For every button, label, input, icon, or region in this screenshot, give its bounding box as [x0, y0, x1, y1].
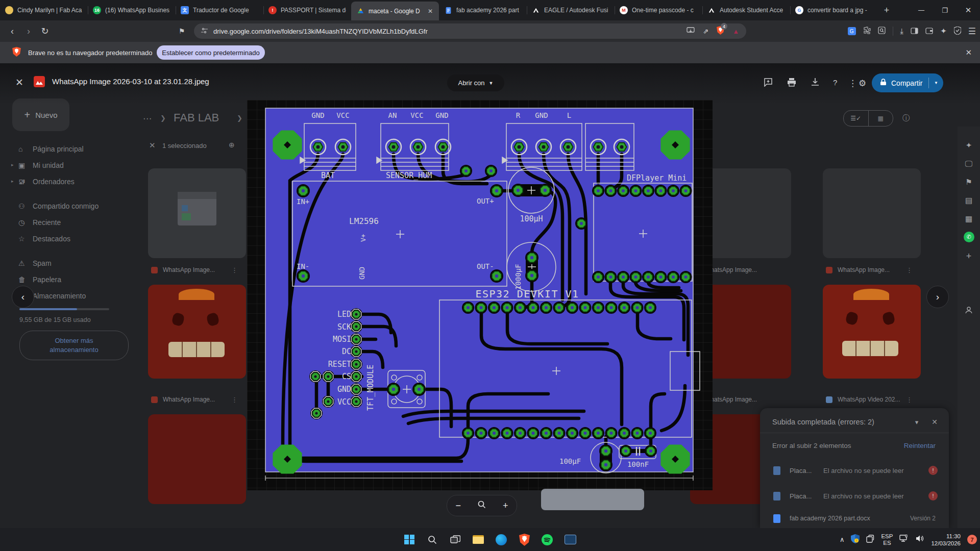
tab-gmail-passcode[interactable]: M One-time passcode - c	[615, 0, 702, 20]
bookmark-icon[interactable]: ⚑	[174, 27, 190, 35]
file-explorer-icon[interactable]	[472, 534, 484, 546]
sidebar-item-starred[interactable]: Destacados	[33, 235, 70, 243]
sidebar-item-recent[interactable]: Reciente	[33, 218, 61, 227]
more-vertical-icon[interactable]: ⋮	[848, 78, 857, 89]
keyboard-language[interactable]: ESP ES	[881, 533, 893, 546]
previous-image-button[interactable]: ‹	[12, 286, 34, 308]
sidebar-item-home[interactable]: Página principal	[33, 145, 84, 153]
screen-share-icon[interactable]: 🖵	[958, 159, 980, 168]
expand-arrow-icon[interactable]: ▸	[11, 179, 14, 184]
leo-ai-icon[interactable]: ✦	[940, 27, 947, 36]
wallet-icon[interactable]	[925, 27, 933, 36]
tab-fab-academy-site[interactable]: Cindy Marilyn | Fab Aca	[0, 0, 88, 20]
network-icon[interactable]	[899, 535, 909, 545]
file-caption[interactable]: WhatsApp Image... ⋮	[151, 392, 244, 407]
notification-count-badge[interactable]: 7	[967, 535, 977, 544]
add-panel-icon[interactable]: +	[958, 251, 980, 262]
tab-autodesk-account[interactable]: Autodesk Student Acce	[702, 0, 790, 20]
sidebar-item-my-drive[interactable]: Mi unidad	[33, 161, 64, 169]
taskbar-clock[interactable]: 11:30 12/03/2026	[931, 533, 961, 547]
reload-button[interactable]: ↻	[37, 26, 53, 37]
search-tab-icon[interactable]	[878, 27, 886, 36]
file-card-thumbnail[interactable]	[148, 285, 246, 379]
file-card-thumbnail[interactable]	[823, 168, 921, 258]
print-icon[interactable]	[787, 78, 796, 89]
file-card-thumbnail[interactable]	[823, 285, 921, 379]
more-options-icon[interactable]: ⋮	[231, 396, 238, 404]
sidebar-item-shared[interactable]: Compartido conmigo	[33, 202, 99, 210]
breadcrumb[interactable]: FAB LAB	[174, 111, 219, 124]
new-tab-button[interactable]: +	[878, 0, 895, 20]
file-card-thumbnail[interactable]	[148, 168, 246, 258]
tray-copy-icon[interactable]	[866, 535, 874, 545]
expand-arrow-icon[interactable]: ▸	[11, 162, 14, 167]
downloads-icon[interactable]: ⤓	[900, 27, 904, 36]
share-dropdown-icon[interactable]: ▼	[934, 81, 938, 85]
file-caption[interactable]: WhatsApp Video 202... ⋮	[826, 392, 919, 407]
list-view-icon[interactable]: ☰✓	[844, 111, 868, 126]
view-toggle[interactable]: ☰✓ ▦	[843, 110, 893, 127]
get-more-storage-button[interactable]: Obtener más almacenamiento	[19, 331, 129, 360]
tray-chevron-icon[interactable]: ∧	[840, 536, 845, 543]
open-with-button[interactable]: Abrir con ▼	[447, 74, 504, 91]
tab-translate[interactable]: 文 Traductor de Google	[176, 0, 263, 20]
more-options-icon[interactable]: ⋮	[231, 266, 238, 274]
brave-shields-icon[interactable]: 4	[717, 26, 724, 36]
brave-icon[interactable]	[518, 534, 530, 546]
download-icon[interactable]	[811, 78, 820, 89]
windows-security-icon[interactable]: !	[851, 534, 860, 545]
zoom-in-icon[interactable]: +	[503, 500, 508, 511]
upload-item-row[interactable]: Placa... El archivo no se puede leer !	[760, 460, 949, 481]
site-settings-icon[interactable]	[201, 27, 208, 36]
next-image-button[interactable]: ›	[926, 286, 949, 308]
minimize-button[interactable]: —	[910, 0, 933, 20]
tab-drive-active[interactable]: maceta - Google D ✕	[351, 2, 439, 20]
tab-eagle-fusion[interactable]: EAGLE / Autodesk Fusi	[527, 0, 615, 20]
brave-rewards-icon[interactable]: ▲	[732, 28, 739, 35]
sidebar-item-trash[interactable]: Papelera	[33, 276, 61, 284]
back-button[interactable]: ‹	[4, 26, 20, 37]
start-button[interactable]	[403, 534, 415, 546]
grid-view-icon[interactable]: ▦	[869, 111, 893, 126]
set-default-browser-button[interactable]: Establecer como predeterminado	[157, 45, 265, 60]
pcb-preview-image[interactable]: GND VCC AN VCC GND R GND L BAT SENSOR_HU…	[247, 100, 713, 490]
extensions-puzzle-icon[interactable]	[863, 27, 871, 36]
clear-selection-icon[interactable]: ✕	[149, 141, 156, 150]
upload-item-row[interactable]: Placa... El archivo no se puede leer !	[760, 486, 949, 506]
settings-gear-icon[interactable]: ⚙	[859, 78, 866, 89]
info-icon[interactable]: ⓘ	[902, 114, 910, 123]
close-panel-icon[interactable]: ✕	[932, 418, 938, 426]
upload-item-row[interactable]: fab academy 2026 part.docx Versión 2	[760, 509, 949, 528]
reading-list-icon[interactable]: ▤	[958, 196, 980, 205]
breadcrumb-more-icon[interactable]: ⋯	[143, 113, 152, 124]
sidebar-item-spam[interactable]: Spam	[33, 259, 52, 267]
forward-button[interactable]: ›	[20, 26, 37, 37]
apps-grid-icon[interactable]: ▦	[958, 214, 980, 223]
vpn-shield-icon[interactable]	[954, 27, 961, 36]
task-view-icon[interactable]	[449, 534, 461, 546]
tab-fab-academy-doc[interactable]: fab academy 2026 part	[439, 0, 527, 20]
translate-extension-icon[interactable]: G	[848, 27, 856, 35]
file-card-thumbnail[interactable]	[148, 414, 246, 504]
spotify-icon[interactable]	[541, 534, 553, 546]
file-caption[interactable]: WhatsApp Image... ⋮	[151, 262, 244, 278]
sidebar-item-storage[interactable]: Almacenamiento	[33, 292, 86, 300]
close-window-button[interactable]: ✕	[957, 0, 980, 20]
more-options-icon[interactable]: ⋮	[906, 396, 913, 404]
collapse-panel-icon[interactable]: ▾	[915, 418, 919, 426]
zoom-magnifier-icon[interactable]	[478, 500, 486, 511]
maximize-button[interactable]: ❐	[933, 0, 957, 20]
whatsapp-panel-icon[interactable]: ✆	[958, 232, 980, 242]
tab-whatsapp[interactable]: 16 (16) WhatsApp Busines	[88, 0, 176, 20]
edge-icon[interactable]	[495, 534, 507, 546]
profile-icon[interactable]	[958, 306, 980, 316]
volume-icon[interactable]	[916, 535, 924, 544]
tab-passport[interactable]: ! PASSPORT | Sistema de	[263, 0, 351, 20]
bookmark-flag-icon[interactable]: ⚑	[958, 178, 980, 187]
url-bar[interactable]: drive.google.com/drive/folders/13kiM4uas…	[194, 23, 746, 39]
infobar-close-icon[interactable]: ✕	[965, 48, 972, 57]
leo-ai-icon[interactable]: ✦	[958, 141, 980, 150]
menu-icon[interactable]: ☰	[968, 26, 976, 37]
close-tab-icon[interactable]: ✕	[427, 8, 434, 15]
zoom-out-icon[interactable]: −	[455, 500, 461, 511]
